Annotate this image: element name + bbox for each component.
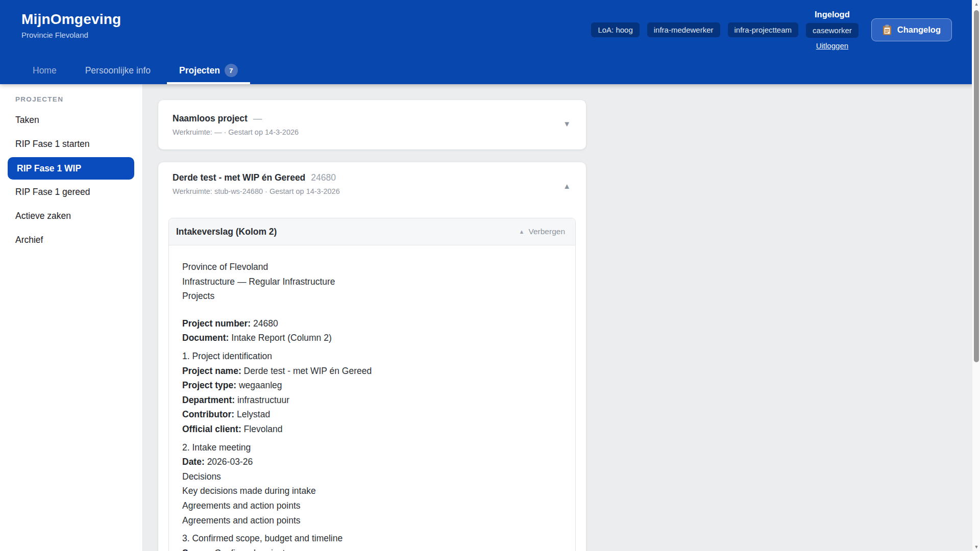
- logged-in-label: Ingelogd: [815, 10, 850, 19]
- document-line: Contributor: Lelystad: [182, 407, 562, 422]
- logout-link[interactable]: Uitloggen: [816, 41, 848, 50]
- document-line: Official client: Flevoland: [182, 422, 562, 437]
- document-line: 2. Intake meeting: [182, 440, 562, 455]
- document-line: Project type: wegaanleg: [182, 378, 562, 393]
- sidebar-item-rip-fase-1-starten[interactable]: RIP Fase 1 starten: [0, 132, 142, 156]
- role-badge-caseworker: caseworker: [806, 23, 859, 38]
- project-title: Derde test - met WIP én Gereed: [173, 172, 305, 183]
- sidebar-item-actieve-zaken[interactable]: Actieve zaken: [0, 204, 142, 228]
- tab-persoonlijke-info[interactable]: Persoonlijke info: [73, 59, 163, 84]
- brand: MijnOmgeving Provincie Flevoland: [21, 11, 121, 39]
- role-badge-loa-hoog: LoA: hoog: [591, 22, 639, 37]
- header-user-area: LoA: hooginfra-medewerkerinfra-projectte…: [591, 7, 952, 53]
- role-badges: LoA: hooginfra-medewerkerinfra-projectte…: [591, 22, 798, 37]
- sidebar-item-taken[interactable]: Taken: [0, 108, 142, 132]
- main-content: Naamloos project— Werkruimte: — · Gestar…: [143, 84, 972, 551]
- project-title: Naamloos project: [173, 113, 248, 123]
- document-line: Scope: Confirmed project scope: [182, 546, 562, 551]
- panel-collapse-button[interactable]: ▲ Verbergen: [519, 227, 565, 236]
- document-line: Province of Flevoland: [182, 260, 562, 274]
- main-nav-tabs: HomePersoonlijke infoProjecten7: [20, 59, 250, 84]
- document-line: Decisions: [182, 469, 562, 484]
- scrollbar: ▲ ▼: [972, 0, 980, 551]
- document-line: Projects: [182, 289, 562, 304]
- sidebar: PROJECTEN TakenRIP Fase 1 startenRIP Fas…: [0, 84, 143, 551]
- panel-collapse-label: Verbergen: [528, 227, 565, 236]
- sidebar-item-rip-fase-1-gereed[interactable]: RIP Fase 1 gereed: [0, 180, 142, 204]
- tab-label: Persoonlijke info: [85, 65, 151, 76]
- document-line: Document: Intake Report (Column 2): [182, 331, 562, 345]
- document-line: Project number: 24680: [182, 316, 562, 331]
- project-card-title-row: Naamloos project—: [173, 113, 572, 124]
- user-session-column: Ingelogd caseworker Uitloggen: [806, 10, 859, 50]
- clipboard-icon: [883, 24, 892, 35]
- changelog-button-label: Changelog: [897, 25, 941, 35]
- app-header: MijnOmgeving Provincie Flevoland LoA: ho…: [0, 0, 980, 84]
- tab-home[interactable]: Home: [20, 59, 69, 84]
- app-subtitle: Provincie Flevoland: [21, 31, 121, 39]
- document-line: Date: 2026-03-26: [182, 455, 562, 469]
- project-meta: Werkruimte: — · Gestart op 14-3-2026: [173, 128, 572, 136]
- changelog-button[interactable]: Changelog: [871, 18, 952, 41]
- document-line: Agreements and action points: [182, 498, 562, 513]
- document-line: 1. Project identification: [182, 349, 562, 364]
- intake-report-panel: Intakeverslag (Kolom 2) ▲ Verbergen Prov…: [168, 218, 576, 551]
- sidebar-items: TakenRIP Fase 1 startenRIP Fase 1 WIPRIP…: [0, 108, 142, 252]
- project-card-derde-test[interactable]: Derde test - met WIP én Gereed24680 Werk…: [158, 162, 586, 551]
- panel-header: Intakeverslag (Kolom 2) ▲ Verbergen: [169, 218, 575, 245]
- project-title-suffix: —: [253, 113, 262, 123]
- project-meta: Werkruimte: stub-ws-24680 · Gestart op 1…: [173, 187, 576, 195]
- project-card-naamloos[interactable]: Naamloos project— Werkruimte: — · Gestar…: [158, 100, 586, 149]
- project-card-title-row: Derde test - met WIP én Gereed24680: [173, 172, 576, 183]
- chevron-down-icon[interactable]: ▼: [563, 119, 571, 128]
- tab-count-badge: 7: [225, 64, 238, 77]
- project-list: Naamloos project— Werkruimte: — · Gestar…: [158, 100, 586, 551]
- document-line: Department: infrastructuur: [182, 393, 562, 408]
- document-line: 3. Confirmed scope, budget and timeline: [182, 531, 562, 546]
- chevron-up-icon[interactable]: ▲: [563, 182, 571, 190]
- sidebar-section-label: PROJECTEN: [15, 95, 142, 103]
- role-badge-infra-projectteam: infra-projectteam: [728, 22, 799, 37]
- document-line: Infrastructure — Regular Infrastructure: [182, 274, 562, 289]
- tab-label: Home: [33, 65, 57, 76]
- chevron-up-icon: ▲: [519, 229, 525, 235]
- role-badge-infra-medewerker: infra-medewerker: [647, 22, 720, 37]
- document-line: Agreements and action points: [182, 513, 562, 528]
- sidebar-item-rip-fase-1-wip[interactable]: RIP Fase 1 WIP: [8, 157, 134, 180]
- tab-label: Projecten: [179, 65, 220, 76]
- tab-projecten[interactable]: Projecten7: [167, 59, 250, 84]
- document-line: Project name: Derde test - met WIP én Ge…: [182, 364, 562, 379]
- app-title: MijnOmgeving: [21, 11, 121, 28]
- scrollbar-thumb[interactable]: [974, 10, 979, 362]
- sidebar-item-archief[interactable]: Archief: [0, 228, 142, 252]
- project-number: 24680: [311, 172, 336, 183]
- scrollbar-down-arrow[interactable]: ▼: [972, 544, 980, 549]
- scrollbar-up-arrow[interactable]: ▲: [972, 2, 980, 7]
- panel-title: Intakeverslag (Kolom 2): [176, 227, 277, 237]
- document-line: Key decisions made during intake: [182, 484, 562, 498]
- document-body: Province of FlevolandInfrastructure — Re…: [169, 245, 575, 551]
